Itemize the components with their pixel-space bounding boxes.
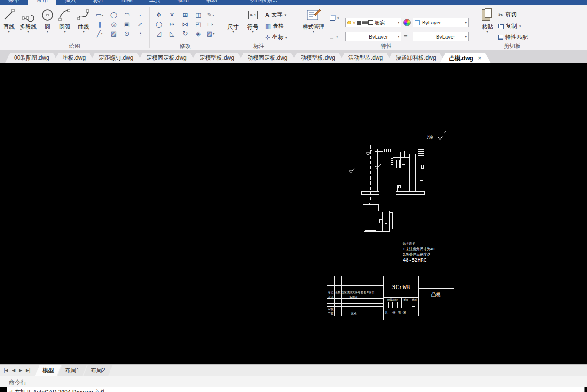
command-input[interactable]: 正在打开 AutoCAD 2004 Drawing 文件 — [7, 387, 585, 392]
menu-tab-annotate[interactable]: 标注 — [85, 0, 113, 5]
tab-model[interactable]: 模型 — [35, 365, 61, 376]
application-window: 菜单 常用 插入 标注 图幅 工具 视图 帮助 功能搜索... 直线▾ — [0, 0, 587, 392]
layer-lock-icon — [357, 21, 361, 25]
file-tab[interactable]: 00装配图.dwg — [5, 53, 59, 63]
menu-tab-tools[interactable]: 工具 — [141, 0, 169, 5]
lineweight-list-button[interactable]: ≡▾ — [330, 33, 338, 40]
menu-tab-help[interactable]: 帮助 — [197, 0, 226, 5]
region-icon[interactable]: ▣ — [122, 20, 132, 28]
circle-button[interactable]: 圆▾ — [39, 7, 55, 33]
file-tab-active[interactable]: 凸模.dwg× — [440, 53, 491, 63]
rotate-icon[interactable]: ↻ — [180, 29, 190, 38]
close-icon[interactable]: × — [478, 55, 482, 62]
file-tab[interactable]: 动模型板.dwg — [291, 53, 344, 63]
menu-tab-sheet[interactable]: 图幅 — [113, 0, 141, 5]
file-tab[interactable]: 定模型板.dwg — [190, 53, 243, 63]
match-properties-button[interactable]: 特性匹配 — [498, 33, 528, 41]
file-tab[interactable]: 浇道卸料板.dwg — [386, 53, 445, 63]
copy-button[interactable]: 复制▾ — [498, 22, 521, 30]
prev-tab-button[interactable]: ◀ — [12, 368, 15, 373]
tb-sign: 签名 — [361, 291, 366, 294]
rows-icon: ≡ — [330, 33, 334, 40]
color-value: ByLayer — [422, 20, 441, 25]
layer-states-icon — [330, 16, 335, 21]
layer-states-button[interactable]: ▾ — [330, 16, 339, 21]
table-button[interactable]: ▦ 表格 — [265, 22, 284, 30]
coordinate-button[interactable]: ⊹ 坐标▾ — [265, 33, 287, 41]
point-icon[interactable]: · — [135, 10, 145, 19]
tb-zone: 分区 — [342, 291, 347, 294]
dimension-icon — [227, 7, 239, 24]
array-icon[interactable]: ⊞ — [180, 10, 190, 19]
file-tab[interactable]: 垫板.dwg — [53, 53, 95, 63]
explode-icon[interactable]: ◈ — [194, 29, 203, 38]
spline-button[interactable]: 曲线▾ — [74, 7, 93, 33]
next-tab-button[interactable]: ▶ — [19, 368, 22, 373]
file-tab-bar: 00装配图.dwg 垫板.dwg 定距螺钉.dwg 定模固定板.dwg 定模型板… — [0, 50, 587, 63]
file-tab[interactable]: 定距螺钉.dwg — [89, 53, 142, 63]
cut-button[interactable]: ✂ 剪切 — [498, 11, 517, 19]
arc-button[interactable]: 圆弧▾ — [55, 7, 74, 33]
polyline-icon — [21, 7, 35, 24]
wipeout-icon[interactable]: ◔ — [135, 29, 145, 38]
file-tab[interactable]: 定模固定板.dwg — [137, 53, 196, 63]
dimension-button[interactable]: 尺寸▾ — [225, 7, 242, 33]
file-tab[interactable]: 动模固定板.dwg — [238, 53, 297, 63]
construction-line-icon[interactable]: ╱▾ — [95, 29, 104, 38]
roughness-label: 其余 — [427, 135, 433, 139]
donut-icon[interactable]: ◎ — [109, 20, 118, 28]
hatch-edit-icon[interactable]: ▨▾ — [206, 29, 215, 38]
style-manager-button[interactable]: 样式管理▾ — [300, 7, 327, 33]
scale-icon[interactable]: ◰ — [194, 20, 203, 28]
lineweight-icon[interactable]: ≣ — [403, 34, 408, 40]
menu-tab-view[interactable]: 视图 — [169, 0, 197, 5]
edit-icon[interactable]: ✎▾ — [206, 10, 215, 19]
tab-layout2[interactable]: 布局2 — [83, 365, 113, 376]
polyline-button[interactable]: 多段线▾ — [17, 7, 39, 33]
tb-process: 工艺 — [328, 312, 334, 315]
linetype2-select[interactable]: ByLayer ▾ — [413, 32, 469, 41]
color-wheel-icon[interactable] — [403, 19, 411, 26]
linetype-select[interactable]: ByLayer ▾ — [345, 32, 401, 41]
last-tab-button[interactable]: ▶| — [26, 368, 30, 373]
offset-icon[interactable]: ◯ — [154, 20, 164, 28]
color-select[interactable]: ByLayer ▾ — [413, 18, 469, 27]
stretch-icon[interactable]: ↦ — [167, 20, 177, 28]
search-label: 功能搜索... — [250, 0, 277, 5]
modify-panel-label: 修改 — [149, 42, 221, 49]
erase-icon[interactable]: ✕ — [167, 10, 177, 19]
function-search[interactable]: 功能搜索... — [236, 0, 286, 5]
parallel-icon[interactable]: ∥ — [95, 20, 104, 28]
menu-tab-menu[interactable]: 菜单 — [0, 0, 28, 5]
mirror-icon[interactable]: ⋈ — [180, 20, 190, 28]
hatch-icon[interactable]: ▨ — [109, 29, 118, 38]
text-button[interactable]: A 文字▾ — [265, 11, 286, 19]
part-name-label: 凸模 — [431, 292, 441, 297]
menu-tab-home[interactable]: 常用 — [28, 0, 56, 5]
symbol-button[interactable]: ⊕.1 符号▾ — [244, 7, 261, 33]
file-tab[interactable]: 活动型芯.dwg — [339, 53, 392, 63]
layer-select[interactable]: ☀ 细实 ▾ — [345, 18, 401, 27]
tb-scale: 比例 — [412, 298, 417, 302]
curve-icon[interactable]: ◠ — [122, 10, 132, 19]
match-properties-icon — [498, 35, 503, 40]
first-tab-button[interactable]: |◀ — [4, 368, 8, 373]
drawing-canvas[interactable]: 其余 技术要求 1.未注倒角尺寸为40 2.热处理后硬度达 48-52HRC 3… — [0, 63, 587, 364]
paste-button[interactable]: 粘贴▾ — [478, 7, 496, 33]
tab-layout1[interactable]: 布局1 — [57, 365, 87, 376]
copy-object-icon[interactable]: ◫ — [194, 10, 203, 19]
menu-tab-insert[interactable]: 插入 — [56, 0, 85, 5]
ray-icon[interactable]: ↗ — [135, 20, 145, 28]
revision-cloud-icon[interactable]: ⊙ — [122, 29, 132, 38]
ellipse-icon[interactable]: ◯ — [109, 10, 118, 19]
layer-color-swatch — [368, 20, 373, 25]
clip-icon[interactable]: □▾ — [206, 20, 215, 28]
layer-plot-icon — [362, 21, 368, 24]
properties-panel-label: 特性 — [297, 42, 476, 49]
rectangle-icon[interactable]: ▭▾ — [95, 10, 104, 19]
line-button[interactable]: 直线▾ — [1, 7, 17, 33]
fillet-icon[interactable]: ◿ — [154, 29, 164, 38]
chamfer-icon[interactable]: ◺ — [167, 29, 177, 38]
color-swatch — [415, 20, 420, 25]
move-icon[interactable]: ✥ — [154, 10, 164, 19]
